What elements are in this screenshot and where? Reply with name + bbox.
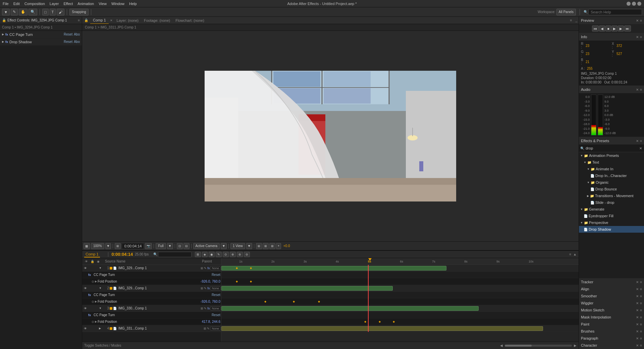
tool-text[interactable]: T: [50, 9, 56, 15]
minimize-btn[interactable]: [627, 2, 631, 6]
character-close-icon[interactable]: ✕: [636, 344, 639, 347]
mask-interpolation-header[interactable]: Mask Interpolation ✕ ≡: [579, 314, 644, 321]
comp-tab-close[interactable]: ✕: [109, 19, 114, 22]
viewer-camera-select[interactable]: Active Camera: [193, 243, 220, 249]
layer-row-3[interactable]: 👁 ▼ 3 📄 IMG_330...Comp 1 ⊞ ✎ fx: [82, 305, 221, 325]
smoother-header[interactable]: Smoother ✕ ≡: [579, 293, 644, 299]
viewer-icon-a[interactable]: ⊞: [256, 243, 262, 249]
layer1-switch-a[interactable]: ⊞: [201, 267, 203, 270]
paragraph-menu-icon[interactable]: ≡: [640, 337, 642, 340]
preview-menu-icon[interactable]: ≡: [640, 19, 642, 22]
menu-animation[interactable]: Animation: [77, 2, 94, 6]
info-menu-icon[interactable]: ≡: [640, 35, 642, 39]
layer1-switch-b[interactable]: ✎: [204, 267, 207, 270]
viewer-timecode[interactable]: 0:00:04:14: [122, 243, 144, 249]
layer3-switch-b[interactable]: ✎: [204, 307, 207, 310]
viewer-view-select[interactable]: 1 View: [230, 243, 245, 249]
timeline-tab[interactable]: Comp 1: [84, 251, 100, 257]
layer1-eye[interactable]: 👁: [83, 267, 88, 270]
layer2-switch-c[interactable]: fx: [207, 287, 210, 290]
motion-sketch-menu-icon[interactable]: ≡: [640, 308, 642, 312]
timeline-ctrl-a[interactable]: ⊞: [195, 252, 201, 257]
smoother-menu-icon[interactable]: ≡: [640, 294, 642, 298]
tree-animate-in-folder[interactable]: ▼ 📁 Animate In: [579, 166, 644, 172]
viewer-icon-b[interactable]: ⊞: [263, 243, 269, 249]
layer3-expand2[interactable]: ▶: [95, 320, 97, 323]
layer1-param-value[interactable]: -926.0, 760.0: [201, 280, 220, 283]
align-header[interactable]: Align ✕ ≡: [579, 286, 644, 292]
layer1-effect-reset[interactable]: Reset: [212, 273, 220, 277]
close-btn[interactable]: [637, 2, 641, 6]
comp-panel-minimize[interactable]: _: [574, 18, 579, 22]
panel-menu-icon[interactable]: ≡: [78, 18, 80, 22]
comp-layer-tab[interactable]: Layer: (none): [114, 18, 141, 23]
layer3-eye[interactable]: 👁: [83, 307, 88, 310]
layer4-expand[interactable]: ▶: [99, 327, 103, 330]
tree-drop-shadow[interactable]: 📄 Drop Shadow: [579, 226, 644, 233]
viewer-cam-icon[interactable]: 📷: [145, 243, 152, 249]
viewer-quality-dropdown[interactable]: ▼: [167, 243, 173, 249]
viewer-icon-d[interactable]: ⌖: [276, 243, 281, 249]
menu-layer[interactable]: Layer: [50, 2, 59, 6]
search-help-input[interactable]: [588, 9, 642, 15]
layer-row-2[interactable]: 👁 ▼ 2 📄 IMG_329...Comp 1 ⊞ ✎ fx: [82, 285, 221, 305]
wiggler-header[interactable]: Wiggler ✕ ≡: [579, 300, 644, 306]
preview-last-btn[interactable]: ⏭: [624, 25, 631, 32]
motion-sketch-close-icon[interactable]: ✕: [636, 308, 639, 312]
timeline-zoom-out[interactable]: ◀: [500, 344, 503, 347]
tool-pen[interactable]: ✎: [11, 9, 18, 15]
layer1-parent-select[interactable]: None: [210, 266, 220, 270]
layer-row-4[interactable]: 👁 ▶ 4 📄 IMG_331...Comp 1 ⊞ ✎ None: [82, 325, 221, 332]
layer1-stopwatch[interactable]: ⊙: [92, 280, 94, 283]
layer4-parent-select[interactable]: None: [210, 327, 220, 331]
snapping-toggle[interactable]: Snapping: [69, 9, 88, 15]
tool-select[interactable]: ▼: [2, 9, 10, 15]
align-menu-icon[interactable]: ≡: [640, 287, 642, 291]
layer3-parent-select[interactable]: None: [210, 306, 220, 310]
menu-composition[interactable]: Composition: [24, 2, 45, 6]
tree-eyedropper[interactable]: 📄 Eyedropper Fill: [579, 213, 644, 219]
viewer-snap-icon[interactable]: ⊞: [115, 243, 121, 249]
mask-interpolation-menu-icon[interactable]: ≡: [640, 315, 642, 319]
effect-abo-0[interactable]: Abo: [74, 33, 80, 36]
brushes-header[interactable]: Brushes ✕ ≡: [579, 328, 644, 335]
paint-header[interactable]: Paint ✕ ≡: [579, 321, 644, 328]
viewer-grid-icon[interactable]: ▦: [84, 243, 90, 249]
viewer-transparency-icon[interactable]: ⊡: [177, 243, 183, 249]
effects-search-input[interactable]: [585, 146, 638, 151]
info-close-icon[interactable]: ✕: [636, 35, 639, 39]
motion-sketch-header[interactable]: Motion Sketch ✕ ≡: [579, 307, 644, 313]
timeline-ctrl-h[interactable]: ⊝: [244, 252, 250, 257]
menu-file[interactable]: File: [3, 2, 9, 6]
tool-hand[interactable]: ✋: [19, 9, 28, 15]
comp-tab-active[interactable]: Comp 1: [90, 17, 109, 24]
comp-flowchart-tab[interactable]: Flowchart: (none): [173, 18, 207, 23]
tree-animation-presets[interactable]: ▼ 📁 Animation Presets: [579, 152, 644, 159]
effects-presets-close-icon[interactable]: ✕: [636, 139, 639, 143]
layer2-expand2[interactable]: ▶: [95, 300, 97, 303]
timeline-zoom-bar[interactable]: [505, 345, 572, 347]
timeline-ctrl-b[interactable]: ◈: [202, 252, 208, 257]
comp-panel-menu[interactable]: ≡: [568, 18, 574, 22]
layer2-stopwatch[interactable]: ⊙: [92, 300, 94, 303]
viewer-icon-c[interactable]: ⊞: [269, 243, 275, 249]
maximize-btn[interactable]: [632, 2, 636, 6]
tree-generate[interactable]: ▼ 📁 Generate: [579, 206, 644, 213]
preview-prev-btn[interactable]: ◀: [599, 25, 605, 32]
layer3-switch-a[interactable]: ⊞: [201, 307, 203, 310]
timeline-ctrl-d[interactable]: ✎: [216, 252, 222, 257]
layer2-parent-select[interactable]: None: [210, 286, 220, 290]
layer2-switch-a[interactable]: ⊞: [201, 287, 203, 290]
layer2-param-value[interactable]: -926.0, 760.0: [201, 300, 220, 303]
menu-edit[interactable]: Edit: [13, 2, 20, 6]
effect-reset-1[interactable]: Reset: [64, 40, 72, 44]
layer4-switch-b[interactable]: ✎: [207, 327, 210, 330]
align-close-icon[interactable]: ✕: [636, 287, 639, 291]
effects-search-clear[interactable]: ✕: [639, 147, 643, 150]
timeline-ctrl-c[interactable]: ◉: [209, 252, 215, 257]
layer3-stopwatch[interactable]: ⊙: [92, 320, 94, 324]
workspace-select[interactable]: All Panels: [556, 9, 576, 15]
viewer-zoom[interactable]: 100%: [91, 243, 104, 249]
layer3-switch-c[interactable]: fx: [207, 307, 210, 310]
preview-stop-btn[interactable]: ■: [605, 25, 611, 32]
